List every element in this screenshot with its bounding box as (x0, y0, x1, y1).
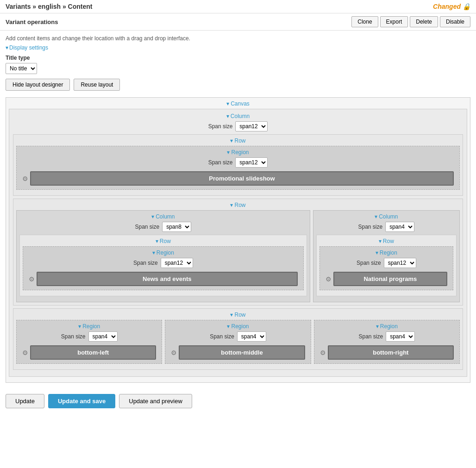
right-column-span-row: Span size span4 (316, 222, 457, 232)
description: Add content items and change their locat… (6, 35, 470, 42)
bottom-left-col: ▾ Region Span size span4 ⚙ (16, 320, 162, 367)
left-region-span-select[interactable]: span12 (161, 258, 193, 268)
left-inner-row: ▾ Row ▾ Region Span size (19, 235, 307, 296)
top-bar: Variants » english » Content Changed 🔒 (0, 0, 476, 13)
disable-button[interactable]: Disable (440, 16, 470, 27)
right-column-inner: ▾ Column Span size span4 (313, 210, 460, 302)
bottom-middle-region-label: ▾ Region (168, 323, 307, 330)
bottom-right-col: ▾ Region Span size span4 ⚙ (314, 320, 460, 367)
bottom-left-block: bottom-left (30, 345, 156, 360)
news-events-content-row: ⚙ News and events (26, 271, 301, 287)
right-column-container: ▾ Column Span size span4 (313, 210, 460, 302)
left-region-span-row: Span size span12 (26, 258, 301, 268)
bottom-right-region: ▾ Region Span size span4 ⚙ (314, 320, 460, 364)
clone-button[interactable]: Clone (351, 16, 378, 27)
row3-container: ▾ Row ▾ Region Span size (13, 308, 463, 370)
row1-label: ▾ Row (16, 137, 460, 144)
row1-container: ▾ Row ▾ Region Span size span12 (13, 134, 463, 196)
left-column-container: ▾ Column Span size span8 (16, 210, 310, 302)
variant-ops-bar: Variant operations Clone Export Delete D… (0, 13, 476, 31)
update-preview-button[interactable]: Update and preview (119, 394, 192, 408)
bottom-middle-span-row: Span size span4 (168, 331, 307, 342)
right-region-span-row: Span size span12 (323, 258, 450, 268)
left-column-span-row: Span size span8 (19, 222, 307, 232)
row3-label: ▾ Row (16, 312, 460, 318)
right-region-span-select[interactable]: span12 (384, 258, 416, 268)
left-region-container: ▾ Region Span size span12 (23, 246, 304, 290)
canvas-triangle: ▾ (226, 100, 229, 107)
national-programs-block: National programs (333, 272, 447, 286)
changed-label: Changed (433, 3, 461, 10)
canvas-label: ▾ Canvas (9, 100, 467, 107)
layout-buttons: Hide layout designer Reuse layout (6, 79, 470, 91)
right-column-label: ▾ Column (316, 213, 457, 220)
left-column-span-select[interactable]: span8 (162, 222, 191, 232)
region1-content-row: ⚙ Promotional slideshow (19, 170, 457, 187)
region1-gear-icon[interactable]: ⚙ (22, 175, 28, 182)
news-events-block: News and events (37, 272, 298, 286)
row2-two-col: ▾ Column Span size span8 (16, 210, 460, 302)
bottom-left-gear-icon[interactable]: ⚙ (22, 349, 28, 356)
bottom-right-gear-icon[interactable]: ⚙ (320, 349, 326, 356)
region1-span-select[interactable]: span12 (235, 157, 268, 168)
bottom-left-span-select[interactable]: span4 (88, 331, 118, 342)
row2-container: ▾ Row ▾ Column Span size (13, 199, 463, 306)
left-region-label: ▾ Region (26, 250, 301, 256)
changed-badge: Changed 🔒 (433, 3, 470, 10)
main-content: Add content items and change their locat… (0, 31, 476, 418)
reuse-layout-button[interactable]: Reuse layout (74, 79, 120, 91)
title-type-label: Title type (6, 55, 470, 61)
lock-icon: 🔒 (463, 3, 470, 10)
display-settings-link[interactable]: ▾ Display settings (6, 44, 470, 51)
national-programs-content-row: ⚙ National programs (323, 271, 450, 287)
bottom-right-region-label: ▾ Region (317, 323, 457, 330)
display-settings-triangle: ▾ (6, 44, 8, 51)
row2-label: ▾ Row (16, 202, 460, 208)
bottom-right-block: bottom-right (328, 345, 454, 360)
row3-three-col: ▾ Region Span size span4 ⚙ (16, 320, 460, 367)
region1-span-row: Span size span12 (19, 157, 457, 168)
display-settings-label: Display settings (9, 44, 48, 51)
outer-column-span-select[interactable]: span12 (235, 121, 268, 131)
right-region-label: ▾ Region (323, 250, 450, 256)
bottom-left-region-label: ▾ Region (19, 323, 159, 330)
bottom-left-content-row: ⚙ bottom-left (19, 344, 159, 361)
bottom-right-span-row: Span size span4 (317, 331, 457, 342)
bottom-middle-region: ▾ Region Span size span4 ⚙ (165, 320, 311, 364)
bottom-middle-gear-icon[interactable]: ⚙ (171, 349, 177, 356)
hide-layout-button[interactable]: Hide layout designer (6, 79, 70, 91)
region1-label: ▾ Region (19, 149, 457, 156)
delete-button[interactable]: Delete (410, 16, 438, 27)
bottom-left-region: ▾ Region Span size span4 ⚙ (16, 320, 162, 364)
right-region-container: ▾ Region Span size span12 (319, 246, 453, 290)
right-inner-row: ▾ Row ▾ Region Span size (316, 235, 457, 296)
update-button[interactable]: Update (6, 394, 44, 408)
breadcrumb: Variants » english » Content (6, 3, 93, 10)
outer-column-label: ▾ Column (13, 113, 463, 119)
canvas-container: ▾ Canvas ▾ Column Span size span12 ▾ Row (6, 97, 470, 383)
variant-ops-buttons: Clone Export Delete Disable (351, 16, 470, 27)
bottom-right-span-select[interactable]: span4 (386, 331, 415, 342)
left-column-inner: ▾ Column Span size span8 (16, 210, 310, 302)
bottom-left-span-row: Span size span4 (19, 331, 159, 342)
export-button[interactable]: Export (380, 16, 408, 27)
bottom-middle-block: bottom-middle (179, 345, 305, 360)
outer-column-span-row: Span size span12 (13, 121, 463, 131)
variant-ops-label: Variant operations (6, 19, 58, 25)
title-type-select[interactable]: No title H1 H2 H3 (6, 63, 37, 74)
promotional-slideshow-block: Promotional slideshow (30, 171, 454, 186)
bottom-middle-span-select[interactable]: span4 (237, 331, 266, 342)
right-inner-row-label: ▾ Row (319, 238, 453, 244)
bottom-middle-col: ▾ Region Span size span4 ⚙ (165, 320, 311, 367)
left-inner-row-label: ▾ Row (23, 238, 304, 244)
national-programs-gear-icon[interactable]: ⚙ (326, 275, 332, 283)
news-events-gear-icon[interactable]: ⚙ (29, 275, 35, 283)
bottom-buttons: Update Update and save Update and previe… (6, 387, 470, 413)
outer-column-container: ▾ Column Span size span12 ▾ Row ▾ (9, 109, 467, 377)
left-column-label: ▾ Column (19, 213, 307, 220)
update-save-button[interactable]: Update and save (48, 394, 115, 408)
bottom-middle-content-row: ⚙ bottom-middle (168, 344, 307, 361)
bottom-right-content-row: ⚙ bottom-right (317, 344, 457, 361)
region1-container: ▾ Region Span size span12 ⚙ Promotional … (16, 146, 460, 190)
right-column-span-select[interactable]: span4 (385, 222, 414, 232)
